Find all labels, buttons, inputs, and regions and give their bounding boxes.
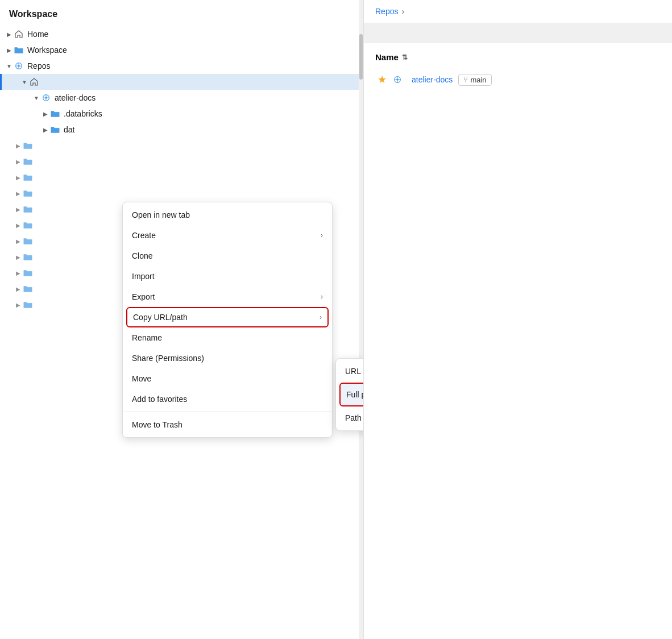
submenu-item-full-path[interactable]: Full path ☛ (339, 383, 364, 406)
branch-icon: ⑂ (463, 76, 468, 84)
breadcrumb: Repos › (364, 0, 672, 23)
right-panel: Repos › Name ⇅ ★ atelier-docs ⑂ main (364, 0, 672, 639)
folder-icon-6 (23, 220, 33, 230)
menu-label-move-trash: Move to Trash (132, 420, 323, 429)
repo-icon-atelier (41, 93, 51, 103)
chevron-workspace: ▶ (5, 45, 14, 55)
dat-label: dat (64, 125, 74, 134)
menu-label-rename: Rename (132, 333, 323, 342)
branch-badge-atelier[interactable]: ⑂ main (458, 74, 491, 86)
menu-label-open-new-tab: Open in new tab (132, 210, 323, 219)
tree-item-atelier-docs[interactable]: ▼ atelier-docs (0, 90, 363, 106)
right-content: Name ⇅ ★ atelier-docs ⑂ main (364, 48, 672, 95)
home-icon-repos (29, 77, 39, 87)
folder-icon-5 (23, 204, 33, 214)
tree-item-folder1[interactable]: ▶ (0, 138, 363, 153)
folder-icon-8 (23, 252, 33, 262)
databricks-label: .databricks (64, 109, 102, 118)
menu-item-move-trash[interactable]: Move to Trash (123, 414, 332, 435)
right-header-bar (364, 23, 672, 43)
submenu-item-path-relative-root[interactable]: Path relative to Root (336, 408, 364, 428)
star-icon-atelier[interactable]: ★ (378, 73, 387, 86)
tree-item-folder4[interactable]: ▶ (0, 185, 363, 201)
chevron-atelier-docs: ▼ (32, 93, 41, 102)
submenu-label-full-path: Full path (346, 390, 364, 399)
folder-icon-3 (23, 172, 33, 182)
submenu-label-path-relative-root: Path relative to Root (345, 413, 364, 422)
folder-icon-4 (23, 188, 33, 198)
chevron-right-export: › (321, 293, 323, 301)
submenu-item-url[interactable]: URL (336, 361, 364, 381)
breadcrumb-repos[interactable]: Repos (375, 7, 398, 16)
tree-item-folder2[interactable]: ▶ (0, 153, 363, 169)
home-label: Home (27, 30, 48, 39)
menu-item-create[interactable]: Create › (123, 225, 332, 246)
folder-icon-databricks (50, 109, 60, 119)
workspace-label: Workspace (27, 45, 67, 55)
chevron-dat: ▶ (41, 125, 50, 134)
repo-icon-atelier-right (392, 74, 403, 85)
menu-item-rename[interactable]: Rename (123, 327, 332, 348)
context-menu: Open in new tab Create › Clone Import Ex… (122, 202, 333, 438)
menu-item-open-new-tab[interactable]: Open in new tab (123, 205, 332, 225)
menu-item-export[interactable]: Export › (123, 287, 332, 307)
breadcrumb-separator: › (401, 7, 404, 16)
scrollbar-track[interactable] (359, 0, 363, 639)
folder-icon-9 (23, 268, 33, 278)
submenu-copy-url: URL Full path ☛ Path relative to Root (335, 358, 364, 431)
repo-row-atelier: ★ atelier-docs ⑂ main (375, 69, 661, 90)
menu-label-copy-url-path: Copy URL/path (133, 313, 320, 322)
repo-name-atelier[interactable]: atelier-docs (412, 75, 453, 84)
submenu-label-url: URL (345, 367, 361, 376)
home-icon (14, 29, 24, 39)
tree-item-repos-home[interactable]: ▼ (0, 74, 363, 90)
column-header-label: Name (375, 52, 399, 62)
folder-icon-workspace (14, 45, 24, 55)
chevron-right-copy-url: › (320, 313, 322, 321)
menu-item-move[interactable]: Move (123, 368, 332, 389)
folder-icon-7 (23, 236, 33, 246)
left-panel: Workspace ▶ Home ▶ Workspace ▼ (0, 0, 364, 639)
menu-label-clone: Clone (132, 251, 323, 260)
scrollbar-thumb[interactable] (359, 34, 363, 80)
chevron-home: ▶ (5, 30, 14, 39)
menu-divider (123, 412, 332, 412)
sort-icon[interactable]: ⇅ (402, 53, 408, 61)
menu-label-move: Move (132, 374, 323, 383)
menu-item-add-favorites[interactable]: Add to favorites (123, 389, 332, 409)
menu-label-share: Share (Permissions) (132, 354, 323, 363)
menu-item-share[interactable]: Share (Permissions) (123, 348, 332, 368)
tree-item-workspace[interactable]: ▶ Workspace (0, 42, 363, 58)
folder-icon-10 (23, 284, 33, 294)
tree-item-folder3[interactable]: ▶ (0, 169, 363, 185)
chevron-folder1: ▶ (14, 141, 23, 150)
repos-label: Repos (27, 61, 50, 70)
chevron-right-create: › (321, 231, 323, 239)
tree-item-databricks[interactable]: ▶ .databricks (0, 106, 363, 122)
branch-name-atelier: main (470, 76, 486, 84)
menu-item-import[interactable]: Import (123, 266, 332, 287)
atelier-docs-label: atelier-docs (55, 93, 96, 102)
folder-icon-dat (50, 125, 60, 135)
chevron-repos: ▼ (5, 61, 14, 70)
folder-icon-2 (23, 156, 33, 167)
workspace-title: Workspace (0, 0, 363, 24)
folder-icon-1 (23, 140, 33, 151)
folder-icon-11 (23, 300, 33, 310)
tree-item-repos[interactable]: ▼ Repos (0, 58, 363, 74)
repo-icon-repos (14, 61, 24, 71)
menu-label-import: Import (132, 272, 323, 281)
menu-item-clone[interactable]: Clone (123, 246, 332, 266)
tree-item-home[interactable]: ▶ Home (0, 26, 363, 42)
chevron-repos-home: ▼ (20, 77, 29, 86)
menu-label-create: Create (132, 231, 321, 240)
tree-item-dat[interactable]: ▶ dat (0, 122, 363, 138)
menu-label-add-favorites: Add to favorites (132, 395, 323, 404)
menu-item-copy-url-path[interactable]: Copy URL/path › (126, 307, 329, 327)
column-header-name: Name ⇅ (375, 52, 661, 62)
chevron-databricks: ▶ (41, 109, 50, 118)
menu-label-export: Export (132, 292, 321, 301)
